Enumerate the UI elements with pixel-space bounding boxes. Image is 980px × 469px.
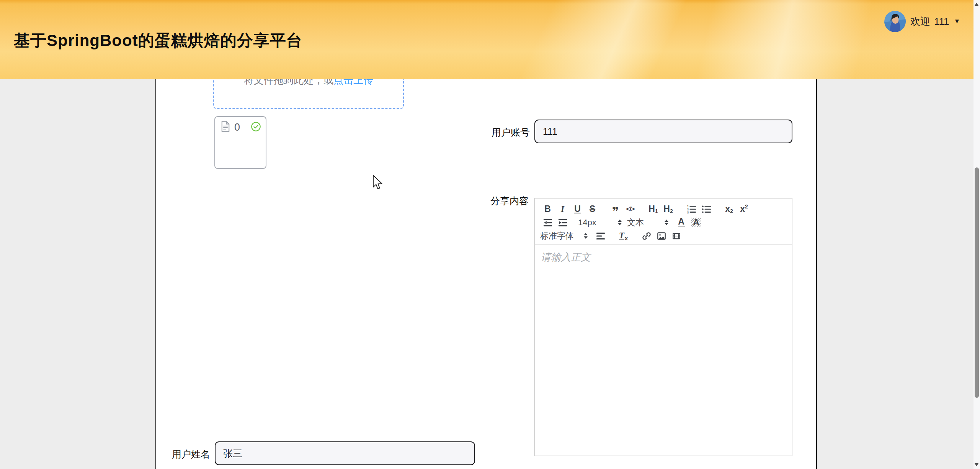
superscript-button[interactable]: x2 xyxy=(737,203,751,215)
scrollbar-thumb[interactable] xyxy=(975,167,979,398)
heading1-button[interactable]: H1 xyxy=(646,203,661,215)
font-family-select[interactable]: 标准字体 xyxy=(540,230,593,242)
code-block-button[interactable]: </> xyxy=(623,203,638,215)
page-title: 基于SpringBoot的蛋糕烘焙的分享平台 xyxy=(14,30,303,51)
updown-caret-icon xyxy=(665,220,668,225)
editor-content-area[interactable]: 请输入正文 xyxy=(535,244,792,270)
name-input[interactable] xyxy=(215,441,475,465)
outdent-button[interactable] xyxy=(540,216,555,228)
user-avatar[interactable] xyxy=(884,11,906,32)
image-button[interactable] xyxy=(654,230,669,242)
editor-placeholder: 请输入正文 xyxy=(541,251,786,264)
welcome-text: 欢迎 xyxy=(910,15,930,28)
welcome-username: 111 xyxy=(934,16,949,28)
ordered-list-button[interactable]: 123 xyxy=(684,203,699,215)
account-input[interactable] xyxy=(534,120,792,143)
document-icon xyxy=(220,121,230,134)
font-size-select[interactable]: 14px xyxy=(578,218,627,228)
name-label: 用户姓名 xyxy=(172,448,210,461)
welcome-dropdown[interactable]: 欢迎 111 ▼ xyxy=(910,11,960,32)
align-button[interactable] xyxy=(593,230,608,242)
upload-file-item[interactable]: 0 xyxy=(214,116,266,169)
indent-button[interactable] xyxy=(555,216,570,228)
share-content-label: 分享内容 xyxy=(490,195,529,207)
background-color-button[interactable]: A xyxy=(689,216,704,228)
file-count: 0 xyxy=(234,121,240,133)
subscript-button[interactable]: x2 xyxy=(722,203,737,215)
account-label: 用户账号 xyxy=(492,126,530,139)
updown-caret-icon xyxy=(618,220,622,225)
upload-success-check-icon xyxy=(251,121,261,133)
scroll-up-arrow-icon[interactable] xyxy=(975,3,978,6)
svg-text:3: 3 xyxy=(687,210,689,214)
app-header: 基于SpringBoot的蛋糕烘焙的分享平台 欢迎 111 ▼ xyxy=(0,0,973,79)
updown-caret-icon xyxy=(584,233,588,239)
clear-format-button[interactable]: Tx xyxy=(616,230,631,242)
vertical-scrollbar[interactable] xyxy=(973,0,980,469)
underline-button[interactable]: U xyxy=(570,203,585,215)
rich-text-editor: B I U S ❞ </> H1 H2 xyxy=(534,198,792,456)
font-color-button[interactable]: A xyxy=(674,216,689,228)
strikethrough-button[interactable]: S xyxy=(585,203,600,215)
bold-button[interactable]: B xyxy=(540,203,555,215)
scroll-down-arrow-icon[interactable] xyxy=(975,463,978,466)
italic-button[interactable]: I xyxy=(555,203,570,215)
chevron-down-icon: ▼ xyxy=(954,18,960,25)
video-button[interactable] xyxy=(669,230,684,242)
page: 将文件拖到此处，或点击上传 0 用户账 xyxy=(0,0,980,469)
editor-toolbar: B I U S ❞ </> H1 H2 xyxy=(535,198,792,244)
heading2-button[interactable]: H2 xyxy=(661,203,676,215)
blockquote-button[interactable]: ❞ xyxy=(608,203,623,215)
paragraph-style-select[interactable]: 文本 xyxy=(627,217,674,228)
link-button[interactable] xyxy=(639,230,654,242)
bullet-list-button[interactable] xyxy=(699,203,714,215)
